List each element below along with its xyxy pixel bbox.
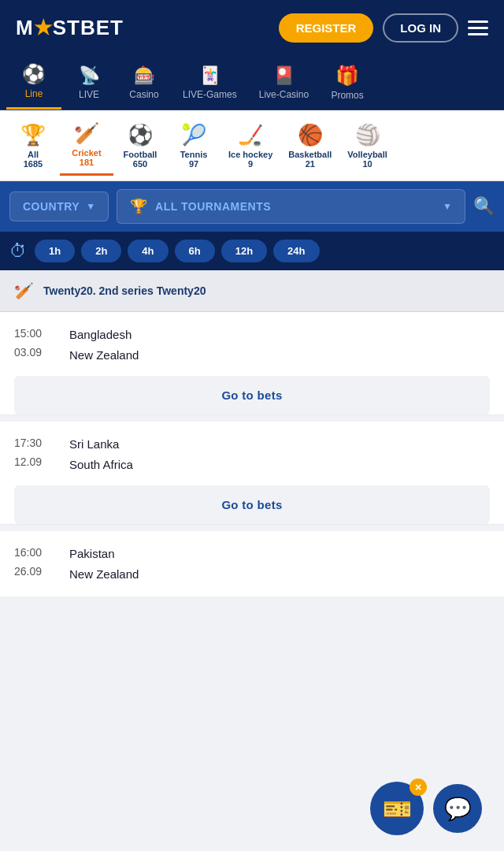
match-1-date-value: 03.09 [14,344,69,362]
match-2-team1: Sri Lanka [69,434,490,455]
time-1h-btn[interactable]: 1h [35,240,75,262]
sport-cricket[interactable]: 🏏 Cricket 181 [60,115,113,176]
sport-football[interactable]: ⚽ Football 650 [113,117,167,175]
icehockey-icon: 🏒 [238,123,263,147]
tab-live[interactable]: 📡 LIVE [61,58,117,108]
tab-livecasino[interactable]: 🎴 Live-Casino [248,58,320,108]
cricket-tournament-icon: 🏏 [14,281,34,300]
match-info-2: 17:30 12.09 Sri Lanka South Africa [14,434,490,474]
separator-2 [0,525,504,531]
livegames-icon: 🃏 [199,65,220,86]
country-filter-label: COUNTRY [23,200,80,213]
all-sports-icon: 🏆 [20,123,46,147]
live-icon: 📡 [79,65,100,86]
sport-football-count: 650 [133,159,147,169]
separator-1 [0,415,504,422]
tournaments-filter-label: ALL TOURNAMENTS [155,200,271,213]
match-card-2: 17:30 12.09 Sri Lanka South Africa Go to… [0,422,504,525]
sport-basketball[interactable]: 🏀 Basketball 21 [280,117,339,175]
tab-line-label: Line [25,88,43,99]
sport-cricket-label: Cricket [72,148,101,158]
tournaments-filter-btn[interactable]: 🏆 ALL TOURNAMENTS ▼ [117,189,465,224]
football-icon: ⚽ [128,123,153,147]
tab-promos[interactable]: 🎁 Promos [320,57,375,109]
time-24h-btn[interactable]: 24h [273,240,319,262]
login-button[interactable]: LOG IN [383,13,458,43]
match-1-teams: Bangladesh New Zealand [69,325,490,365]
time-12h-btn[interactable]: 12h [221,240,267,262]
sport-all-label: All [28,150,39,159]
chat-button[interactable]: 💬 [433,784,482,833]
sport-icehockey-count: 9 [248,159,253,169]
time-2h-btn[interactable]: 2h [81,240,121,262]
tab-line[interactable]: ⚽ Line [6,55,61,110]
time-filter-row: ⏱ 1h 2h 4h 6h 12h 24h [0,232,504,270]
match-card-1: 15:00 03.09 Bangladesh New Zealand Go to… [0,312,504,415]
sport-volleyball-label: Volleyball [347,150,387,159]
sport-filter-row: 🏆 All 1685 🏏 Cricket 181 ⚽ Football 650 … [0,110,504,181]
sport-basketball-label: Basketball [288,150,332,159]
go-bets-btn-2[interactable]: Go to bets [14,485,490,524]
register-button[interactable]: REGISTER [279,13,374,43]
tournament-header: 🏏 Twenty20. 2nd series Twenty20 [0,270,504,312]
matches-container: 🏏 Twenty20. 2nd series Twenty20 15:00 03… [0,270,504,612]
match-2-date-value: 12.09 [14,453,69,472]
tournament-title: Twenty20. 2nd series Twenty20 [43,284,206,297]
hamburger-menu[interactable] [468,20,488,35]
filter-bar: COUNTRY ▼ 🏆 ALL TOURNAMENTS ▼ 🔍 [0,181,504,232]
sport-all[interactable]: 🏆 All 1685 [6,117,60,175]
sport-tennis[interactable]: 🎾 Tennis 97 [167,117,220,175]
sport-volleyball[interactable]: 🏐 Volleyball 10 [339,117,395,175]
country-chevron-icon: ▼ [86,201,95,212]
tab-livegames[interactable]: 🃏 LIVE-Games [172,58,248,108]
sport-tennis-count: 97 [189,159,198,169]
sport-volleyball-count: 10 [362,159,372,169]
tournaments-chevron-icon: ▼ [443,201,452,212]
trophy-icon: 🏆 [130,198,147,215]
close-badge: × [410,779,427,796]
tab-livecasino-label: Live-Casino [259,89,309,100]
match-2-team2: South Africa [69,455,490,475]
search-icon[interactable]: 🔍 [473,196,495,217]
sport-tennis-label: Tennis [180,150,208,159]
sport-icehockey[interactable]: 🏒 Ice hockey 9 [220,117,280,175]
sport-football-label: Football [124,150,158,159]
tab-promos-label: Promos [331,90,363,101]
go-bets-btn-1[interactable]: Go to bets [14,376,490,414]
time-6h-btn[interactable]: 6h [175,240,215,262]
match-3-team1: Pakistan [69,544,490,564]
match-1-time-value: 15:00 [14,325,69,344]
match-2-time: 17:30 12.09 [14,434,69,474]
match-card-3: 16:00 26.09 Pakistan New Zealand [0,531,504,596]
app-header: M★STBET REGISTER LOG IN [0,0,504,55]
logo: M★STBET [16,16,124,40]
casino-icon: 🎰 [134,65,155,86]
time-4h-btn[interactable]: 4h [128,240,168,262]
match-info-3: 16:00 26.09 Pakistan New Zealand [14,544,490,584]
sport-basketball-count: 21 [306,159,315,169]
match-3-team2: New Zealand [69,564,490,585]
nav-tabs: ⚽ Line 📡 LIVE 🎰 Casino 🃏 LIVE-Games 🎴 Li… [0,55,504,110]
tab-casino-label: Casino [129,89,158,100]
match-info-1: 15:00 03.09 Bangladesh New Zealand [14,325,490,365]
match-2-time-value: 17:30 [14,434,69,453]
match-3-time-value: 16:00 [14,544,69,563]
tab-livegames-label: LIVE-Games [183,89,237,100]
basketball-icon: 🏀 [298,123,323,147]
country-filter-btn[interactable]: COUNTRY ▼ [9,191,109,221]
livecasino-icon: 🎴 [273,65,295,86]
match-3-teams: Pakistan New Zealand [69,544,490,584]
volleyball-icon: 🏐 [355,123,380,147]
line-icon: ⚽ [22,63,46,85]
match-3-time: 16:00 26.09 [14,544,69,584]
match-1-time: 15:00 03.09 [14,325,69,365]
tennis-icon: 🎾 [181,123,206,147]
bottom-float: 🎫 × 💬 [370,782,493,835]
match-3-date-value: 26.09 [14,563,69,582]
logo-text: M★STBET [16,16,124,40]
ticket-wrapper: 🎫 × [370,782,424,835]
tab-live-label: LIVE [79,89,99,100]
header-buttons: REGISTER LOG IN [279,13,488,43]
match-1-team1: Bangladesh [69,325,490,345]
tab-casino[interactable]: 🎰 Casino [117,58,172,108]
